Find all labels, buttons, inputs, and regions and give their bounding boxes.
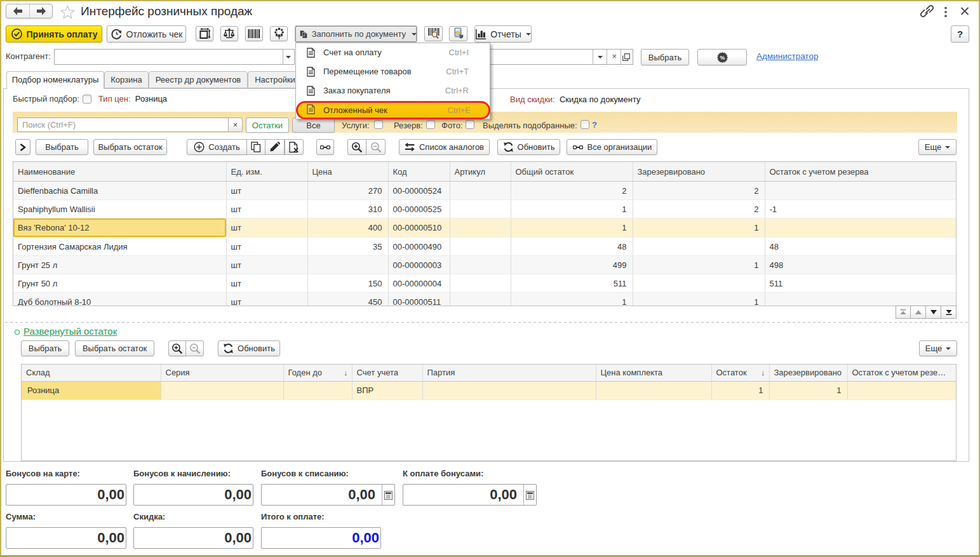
svg-text:%: % [720,54,725,60]
